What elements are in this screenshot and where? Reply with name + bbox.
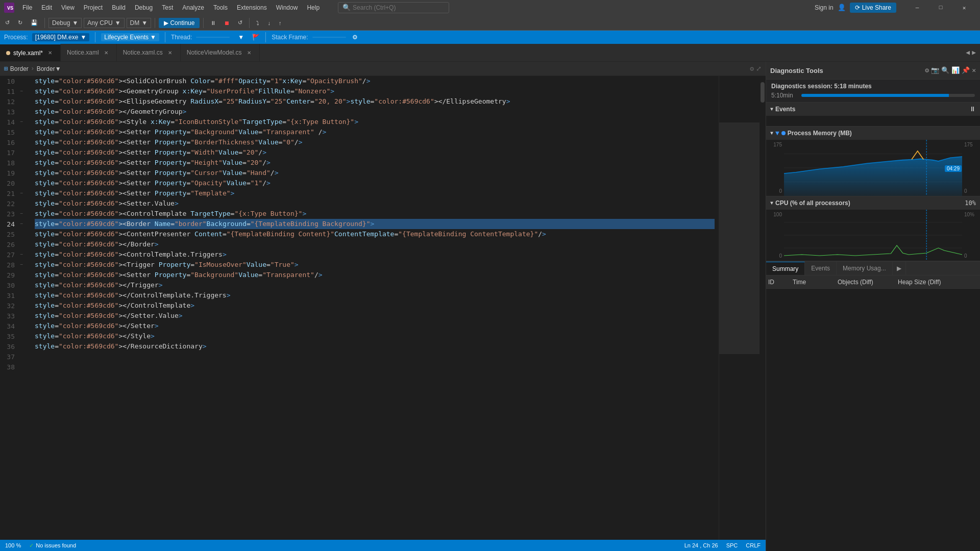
- code-line[interactable]: style="color:#569cd6"><Border Name="bord…: [35, 219, 715, 229]
- no-issues[interactable]: ✓ No issues found: [29, 542, 76, 549]
- menu-test[interactable]: Test: [158, 3, 177, 13]
- tab-style-xaml[interactable]: style.xaml* ✕: [0, 44, 61, 61]
- events-section: ▼ Events ⏸: [766, 103, 980, 127]
- code-area[interactable]: style="color:#569cd6"><SolidColorBrush C…: [31, 76, 719, 540]
- memory-section: ▼ ▼ Process Memory (MB) 175 0: [766, 127, 980, 196]
- toolbar-save[interactable]: 💾: [28, 18, 41, 27]
- thread-filter-icon[interactable]: ▼: [238, 34, 244, 41]
- events-header[interactable]: ▼ Events ⏸: [766, 103, 980, 116]
- diag-search-icon[interactable]: 🔍: [941, 66, 949, 74]
- col-time[interactable]: Time: [793, 279, 834, 286]
- stack-settings-icon[interactable]: ⚙: [352, 34, 358, 41]
- col-objects[interactable]: Objects (Diff): [838, 279, 894, 286]
- toolbar-stop[interactable]: ⏹: [221, 19, 233, 27]
- toolbar-redo[interactable]: ↻: [15, 18, 26, 27]
- fold-icon[interactable]: −: [18, 221, 25, 227]
- diag-settings-icon[interactable]: ⚙: [925, 66, 929, 74]
- tab-notice-xaml-cs[interactable]: Notice.xaml.cs ✕: [117, 44, 181, 61]
- fold-icon[interactable]: −: [18, 211, 25, 217]
- fold-icon[interactable]: −: [18, 119, 25, 125]
- vs-logo: VS: [4, 3, 14, 13]
- thread-dropdown[interactable]: [196, 37, 230, 38]
- line-number: 13: [0, 108, 18, 116]
- editor-settings-icon[interactable]: ⚙: [750, 65, 754, 73]
- menu-extensions[interactable]: Extensions: [233, 3, 271, 13]
- minimize-button[interactable]: —: [905, 0, 929, 15]
- menu-window[interactable]: Window: [272, 3, 302, 13]
- lifecycle-events-btn[interactable]: Lifecycle Events ▼: [101, 33, 159, 41]
- zoom-level[interactable]: 100 %: [5, 542, 21, 548]
- menu-help[interactable]: Help: [303, 3, 324, 13]
- main-content: ⊞ Border › Border▼ ⚙ ⤢ 1011−121314−15161…: [0, 62, 980, 551]
- menu-build[interactable]: Build: [108, 3, 130, 13]
- continue-button[interactable]: ▶ Continue: [159, 18, 200, 28]
- checkmark-icon: ✓: [29, 542, 34, 549]
- diag-tab-summary[interactable]: Summary: [766, 262, 805, 275]
- menu-view[interactable]: View: [57, 3, 79, 13]
- title-bar: VS File Edit View Project Build Debug Te…: [0, 0, 980, 15]
- debug-config-dropdown[interactable]: Debug ▼: [48, 18, 82, 28]
- events-pause-icon[interactable]: ⏸: [969, 106, 976, 113]
- code-line: style="color:#569cd6"><Setter.Value>: [35, 198, 715, 209]
- tab-notice-viewmodel[interactable]: NoticeViewModel.cs ✕: [181, 44, 260, 61]
- menu-project[interactable]: Project: [80, 3, 107, 13]
- dm-dropdown[interactable]: DM ▼: [127, 18, 152, 28]
- fold-icon[interactable]: −: [18, 252, 25, 258]
- toolbar-step-out[interactable]: ↑: [276, 19, 285, 27]
- menu-edit[interactable]: Edit: [37, 3, 56, 13]
- breadcrumb-right-dropdown[interactable]: Border▼: [37, 65, 61, 72]
- line-ending[interactable]: CRLF: [746, 542, 761, 548]
- search-box[interactable]: 🔍: [338, 2, 449, 13]
- vertical-scrollbar[interactable]: [760, 76, 766, 540]
- close-button[interactable]: ✕: [952, 0, 976, 15]
- tab-notice-xaml[interactable]: Notice.xaml ✕: [61, 44, 117, 61]
- toolbar-step-into[interactable]: ↓: [264, 19, 274, 27]
- tab-scroll-right[interactable]: ▶: [972, 48, 976, 57]
- maximize-button[interactable]: □: [929, 0, 952, 15]
- menu-analyze[interactable]: Analyze: [178, 3, 208, 13]
- process-value[interactable]: [19680] DM.exe ▼: [32, 33, 90, 41]
- search-input[interactable]: [353, 4, 445, 11]
- menu-debug[interactable]: Debug: [131, 3, 157, 13]
- diag-tab-events[interactable]: Events: [805, 262, 837, 275]
- live-share-button[interactable]: ⟳ Live Share: [850, 3, 896, 13]
- col-id[interactable]: ID: [768, 279, 789, 286]
- fold-icon[interactable]: −: [18, 191, 25, 196]
- cpu-dropdown[interactable]: Any CPU ▼: [84, 18, 124, 28]
- diag-chart-icon[interactable]: 📊: [951, 66, 960, 74]
- diag-tab-more[interactable]: ▶: [893, 262, 906, 275]
- svg-text:VS: VS: [7, 6, 13, 11]
- toolbar-restart[interactable]: ↺: [235, 18, 246, 27]
- diag-tab-memory[interactable]: Memory Usag...: [837, 262, 893, 275]
- fold-icon[interactable]: −: [18, 262, 25, 268]
- indent-type[interactable]: SPC: [726, 542, 738, 548]
- stack-frame-dropdown[interactable]: [312, 37, 346, 38]
- gutter-line: 28−: [0, 260, 31, 270]
- line-number: 29: [0, 271, 18, 279]
- tab-notice-xaml-cs-close[interactable]: ✕: [166, 48, 174, 57]
- scroll-thumb[interactable]: [761, 82, 765, 103]
- tab-scroll-left[interactable]: ◀: [966, 48, 970, 57]
- tab-notice-xaml-close[interactable]: ✕: [102, 48, 110, 57]
- thread-flag-icon[interactable]: 🚩: [252, 34, 260, 41]
- editor-expand-icon[interactable]: ⤢: [756, 65, 762, 73]
- toolbar-pause[interactable]: ⏸: [207, 19, 219, 27]
- line-number: 21: [0, 190, 18, 197]
- gutter-line: 23−: [0, 209, 31, 219]
- gutter-line: 10: [0, 76, 31, 86]
- toolbar-step-over[interactable]: ⤵: [253, 19, 262, 27]
- toolbar-undo[interactable]: ↺: [2, 18, 13, 27]
- tab-style-xaml-close[interactable]: ✕: [46, 49, 54, 57]
- menu-file[interactable]: File: [18, 3, 36, 13]
- menu-tools[interactable]: Tools: [209, 3, 232, 13]
- diag-pin-icon[interactable]: 📌: [962, 66, 970, 74]
- sign-in-link[interactable]: Sign in: [815, 4, 834, 11]
- diag-camera-icon[interactable]: 📷: [931, 66, 939, 74]
- fold-icon[interactable]: −: [18, 89, 25, 94]
- col-heap[interactable]: Heap Size (Diff): [898, 279, 978, 286]
- memory-filter-icon[interactable]: ▼: [775, 130, 779, 137]
- gutter-line: 29: [0, 270, 31, 280]
- diag-close-icon[interactable]: ✕: [972, 66, 976, 74]
- tab-notice-viewmodel-close[interactable]: ✕: [245, 48, 253, 57]
- breadcrumb-left[interactable]: Border: [10, 65, 29, 72]
